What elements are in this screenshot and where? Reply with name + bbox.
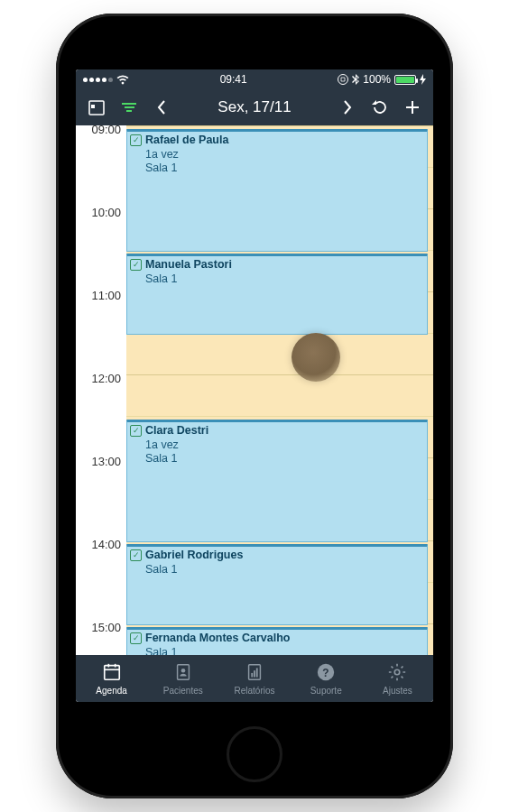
pacientes-icon	[173, 662, 193, 684]
wifi-icon	[116, 75, 129, 85]
svg-rect-3	[104, 665, 119, 679]
check-icon	[130, 259, 142, 271]
event-name: Fernanda Montes Carvalho	[145, 632, 423, 646]
battery-icon	[394, 75, 416, 85]
status-left	[83, 75, 129, 85]
event-detail: Sala 1	[145, 563, 423, 577]
check-icon	[130, 134, 142, 146]
signal-strength-icon	[83, 78, 113, 82]
tab-pacientes[interactable]: Pacientes	[147, 655, 218, 702]
time-label: 09:00	[79, 125, 121, 136]
phone-frame: 09:41 100%	[56, 14, 453, 798]
tab-agenda[interactable]: Agenda	[76, 655, 147, 702]
filter-icon	[122, 101, 136, 114]
time-column: 09:0010:0011:0012:0013:0014:0015:00	[76, 125, 126, 655]
status-bar: 09:41 100%	[76, 69, 433, 89]
chevron-right-icon	[342, 99, 353, 115]
check-icon	[130, 632, 142, 644]
calendar-view-button[interactable]	[81, 92, 112, 123]
event-name: Rafael de Paula	[145, 134, 423, 148]
charging-icon	[420, 74, 426, 85]
calendar-event[interactable]: Gabriel RodriguesSala 1	[126, 544, 428, 625]
tab-label: Agenda	[96, 686, 126, 696]
battery-percent: 100%	[363, 73, 391, 86]
home-button[interactable]	[227, 726, 282, 782]
tab-label: Pacientes	[163, 686, 203, 696]
chevron-left-icon	[156, 99, 167, 115]
refresh-button[interactable]	[365, 92, 395, 123]
svg-point-15	[395, 669, 401, 675]
event-detail: 1a vez	[145, 148, 423, 162]
time-label: 11:00	[79, 289, 121, 302]
calendar-body[interactable]: 09:0010:0011:0012:0013:0014:0015:00 Rafa…	[76, 125, 433, 655]
event-name: Manuela Pastori	[145, 258, 423, 272]
time-label: 14:00	[79, 538, 121, 551]
svg-rect-11	[254, 670, 255, 677]
filter-button[interactable]	[114, 92, 144, 123]
event-detail: Sala 1	[145, 161, 423, 176]
calendar-event[interactable]: Fernanda Montes CarvalhoSala 1	[126, 627, 428, 655]
svg-rect-10	[251, 672, 253, 677]
nav-date-title[interactable]: Sex, 17/11	[179, 98, 330, 116]
prev-day-button[interactable]	[146, 92, 177, 123]
refresh-icon	[372, 99, 388, 115]
check-icon	[130, 425, 142, 437]
event-detail: Sala 1	[145, 646, 423, 655]
event-detail: Sala 1	[145, 272, 423, 287]
app-screen: 09:41 100%	[76, 69, 433, 702]
relatorios-icon	[245, 662, 264, 684]
svg-text:?: ?	[323, 666, 329, 678]
rotation-lock-icon	[338, 74, 348, 85]
calendar-event[interactable]: Rafael de Paula1a vezSala 1	[126, 129, 428, 252]
status-right: 100%	[338, 73, 426, 86]
event-name: Gabriel Rodrigues	[145, 549, 423, 563]
time-label: 13:00	[79, 455, 121, 468]
next-day-button[interactable]	[332, 92, 363, 123]
event-name: Clara Destri	[145, 424, 423, 438]
plus-icon	[404, 99, 421, 115]
svg-rect-12	[256, 668, 258, 677]
tab-label: Relatórios	[234, 686, 274, 696]
svg-point-0	[338, 75, 348, 85]
event-detail: Sala 1	[145, 452, 423, 466]
ajustes-icon	[387, 662, 407, 684]
time-label: 15:00	[79, 621, 121, 634]
check-icon	[130, 549, 142, 561]
nav-bar: Sex, 17/11	[76, 89, 433, 125]
svg-point-8	[181, 668, 186, 672]
tab-suporte[interactable]: ?Suporte	[291, 655, 362, 702]
tab-ajustes[interactable]: Ajustes	[362, 655, 433, 702]
calendar-grid[interactable]: Rafael de Paula1a vezSala 1Manuela Pasto…	[126, 125, 433, 655]
agenda-icon	[102, 662, 122, 684]
status-time: 09:41	[220, 73, 247, 86]
tab-label: Suporte	[310, 686, 342, 696]
calendar-event[interactable]: Manuela PastoriSala 1	[126, 254, 428, 335]
svg-rect-2	[91, 105, 95, 108]
add-button[interactable]	[397, 92, 428, 123]
bluetooth-icon	[352, 74, 359, 85]
tab-relatorios[interactable]: Relatórios	[218, 655, 290, 702]
tab-bar: AgendaPacientesRelatórios?SuporteAjustes	[76, 655, 433, 702]
time-label: 12:00	[79, 372, 121, 385]
calendar-event[interactable]: Clara Destri1a vezSala 1	[126, 420, 428, 542]
tab-label: Ajustes	[383, 686, 412, 696]
event-detail: 1a vez	[145, 438, 423, 453]
suporte-icon: ?	[316, 662, 336, 684]
time-label: 10:00	[79, 206, 121, 219]
